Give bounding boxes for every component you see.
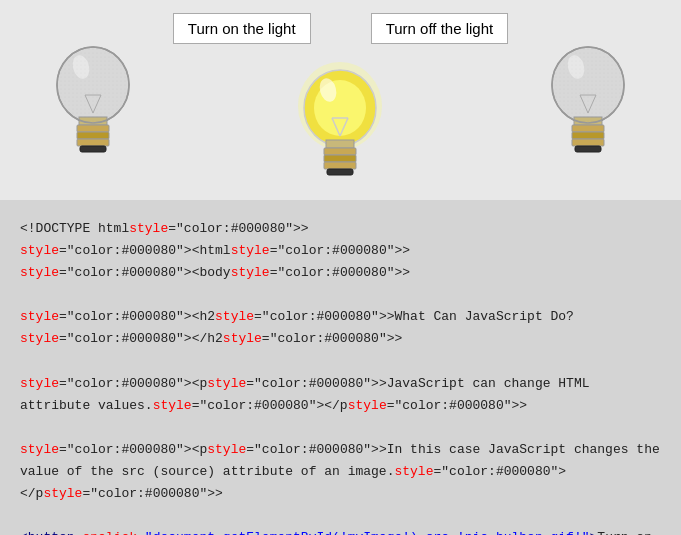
svg-rect-19	[324, 162, 356, 169]
code-line: style="color:#000080"><htmlstyle="color:…	[20, 240, 661, 262]
code-line: style="color:#000080"><h2style="color:#0…	[20, 306, 661, 350]
code-line	[20, 505, 661, 527]
preview-area: Turn on the light Turn off the light	[0, 0, 681, 200]
svg-rect-5	[77, 139, 109, 146]
turn-off-button[interactable]: Turn off the light	[371, 13, 509, 44]
center-bulb-on	[290, 58, 390, 188]
code-line: <!DOCTYPE htmlstyle="color:#000080">>	[20, 218, 661, 240]
code-line	[20, 351, 661, 373]
left-bulb-container	[43, 35, 143, 165]
code-line	[20, 284, 661, 306]
right-bulb-container	[538, 35, 638, 165]
turn-on-button[interactable]: Turn on the light	[173, 13, 311, 44]
code-line: style="color:#000080"><pstyle="color:#00…	[20, 373, 661, 417]
svg-rect-29	[572, 132, 604, 139]
svg-rect-6	[80, 146, 106, 152]
svg-rect-3	[77, 125, 109, 132]
svg-rect-16	[326, 140, 354, 148]
svg-rect-28	[572, 125, 604, 132]
code-line	[20, 417, 661, 439]
svg-rect-17	[324, 148, 356, 155]
svg-rect-20	[327, 169, 353, 175]
svg-rect-4	[77, 132, 109, 139]
button-row: Turn on the light Turn off the light	[173, 13, 508, 50]
middle-area: Turn on the light Turn off the light	[173, 13, 508, 188]
code-area: <!DOCTYPE htmlstyle="color:#000080">>sty…	[0, 200, 681, 535]
svg-rect-30	[572, 139, 604, 146]
code-line: style="color:#000080"><pstyle="color:#00…	[20, 439, 661, 505]
svg-rect-31	[575, 146, 601, 152]
code-line: <button onclick="document.getElementById…	[20, 527, 661, 535]
svg-rect-18	[324, 155, 356, 162]
code-line: style="color:#000080"><bodystyle="color:…	[20, 262, 661, 284]
svg-point-35	[552, 47, 624, 123]
left-bulb-off	[43, 35, 143, 165]
right-bulb-off	[538, 35, 638, 165]
svg-point-10	[57, 47, 129, 123]
